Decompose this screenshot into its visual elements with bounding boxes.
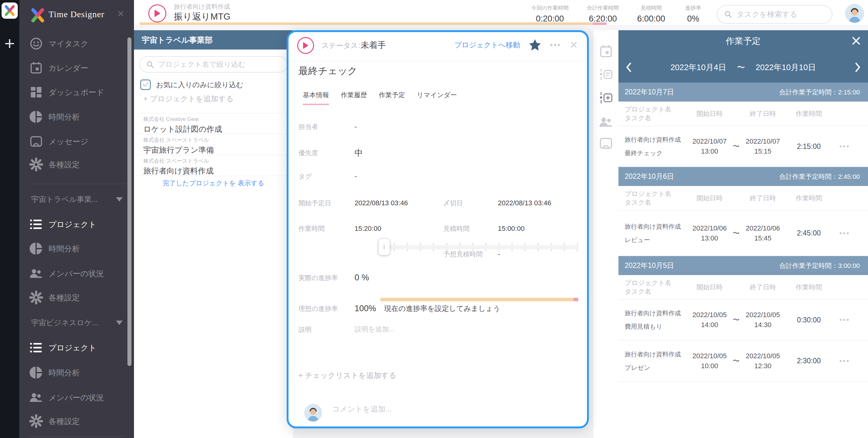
go-to-project-link[interactable]: プロジェクトへ移動 (454, 40, 520, 50)
projects-panel-title: 宇宙トラベル事業部 (142, 35, 213, 45)
start-date-value[interactable]: 2022/08/13 03:46 (354, 199, 443, 207)
sidebar-group-space-travel[interactable]: 宇宙トラベル事業... (19, 191, 134, 208)
schedule-row[interactable]: 旅行者向け資料作成費用見積もり 2022/10/0514:00 〜 2022/1… (618, 300, 868, 341)
calendar-view-icon[interactable] (599, 44, 613, 59)
calendar-icon (29, 61, 43, 75)
sidebar-item-dashboard[interactable]: ダッシュボード (19, 83, 134, 101)
message-tray-icon (29, 134, 43, 148)
ideal-progress-bar-tip (574, 298, 578, 301)
slider-track[interactable] (380, 245, 578, 249)
sidebar-close-icon[interactable]: × (118, 8, 124, 19)
schedule-group-header: 2022年10月5日 合計作業予定時間：3:00:00 (618, 256, 868, 275)
stat-estimated-time: 見積時間 6:00:00 (629, 4, 673, 24)
projects-panel: 宇宙トラベル事業部 お気に入りのみに絞り込む + プロジェクトを追加する 株式会… (134, 30, 293, 438)
task-search-box[interactable] (717, 5, 833, 24)
sidebar-item-settings[interactable]: 各種設定 (19, 155, 134, 174)
message-tray-icon[interactable] (599, 136, 613, 151)
slider-thumb[interactable] (378, 239, 390, 255)
field-tag[interactable]: タグ - (299, 172, 576, 181)
work-history-icon[interactable] (599, 68, 613, 82)
add-checklist-button[interactable]: + チェックリストを追加する (299, 370, 396, 380)
project-list-item[interactable]: 株式会社 スペーストラベル 宇宙旅行プラン準備 (134, 134, 293, 155)
sidebar-item-time-analysis[interactable]: 時間分析 (19, 107, 134, 126)
favorite-star-icon[interactable] (529, 39, 541, 51)
project-list-item[interactable]: 株式会社 スペーストラベル 旅行者向け資料作成 (134, 155, 293, 176)
range-start-date[interactable]: 2022年10月4日 (671, 62, 726, 73)
sidebar-item-time-analysis-2[interactable]: 時間分析 (19, 239, 134, 258)
sidebar-item-time-analysis-3[interactable]: 時間分析 (19, 363, 134, 382)
pie-chart-icon (29, 366, 43, 379)
field-start-and-deadline: 開始予定日 2022/08/13 03:46 〆切日 2022/08/13 03… (299, 199, 576, 208)
close-icon[interactable]: × (570, 38, 578, 52)
favorites-checkbox[interactable] (140, 80, 151, 90)
sidebar-group-space-business[interactable]: 宇宙ビジネスロケ... (19, 315, 134, 331)
add-workspace-button[interactable]: + (0, 34, 19, 53)
schedule-date-range: 2022年10月4日 〜 2022年10月10日 (632, 62, 854, 73)
sidebar-item-members-2[interactable]: メンバーの状況 (19, 388, 134, 407)
chevron-right-icon[interactable] (854, 62, 861, 72)
sidebar-scrollbar[interactable] (127, 37, 131, 366)
more-options-icon[interactable]: ••• (832, 142, 857, 151)
close-icon[interactable] (851, 36, 861, 46)
estimate-value[interactable]: 15:00:00 (498, 225, 576, 233)
field-assignee[interactable]: 担当者 - (299, 122, 576, 131)
description-input[interactable] (354, 325, 495, 333)
sidebar-item-settings-3[interactable]: 各種設定 (19, 412, 134, 431)
project-filter-input[interactable] (158, 60, 276, 68)
chevron-down-icon (116, 320, 123, 325)
work-time-value[interactable]: 15:20:00 (354, 225, 443, 233)
field-priority[interactable]: 優先度 中 (299, 147, 576, 159)
comment-input[interactable] (332, 405, 488, 413)
current-task-title[interactable]: 振り返りMTG (174, 10, 230, 23)
sidebar-divider (28, 436, 125, 436)
more-options-icon[interactable]: ••• (832, 357, 857, 366)
divider (288, 61, 587, 61)
members-icon[interactable] (599, 115, 613, 129)
sidebar-item-messages[interactable]: メッセージ (19, 132, 134, 151)
schedule-header: 作業予定 (618, 30, 868, 52)
user-avatar[interactable] (845, 4, 864, 23)
schedule-title: 作業予定 (726, 35, 761, 47)
task-search-input[interactable] (737, 10, 824, 19)
divider (134, 176, 293, 176)
sidebar-item-calendar[interactable]: カレンダー (19, 59, 134, 77)
favorites-filter[interactable]: お気に入りのみに絞り込む (140, 80, 243, 90)
schedule-row[interactable]: 旅行者向け資料作成プレゼン 2022/10/0510:00 〜 2022/10/… (618, 341, 868, 382)
field-actual-progress: 実際の進捗率 0 % (299, 273, 576, 283)
sidebar-item-projects[interactable]: プロジェクト (19, 215, 134, 233)
gear-icon (29, 414, 43, 428)
actual-progress-value: 0 % (354, 273, 443, 283)
range-end-date[interactable]: 2022年10月10日 (755, 62, 816, 73)
project-filter-box[interactable] (139, 56, 287, 72)
task-play-button[interactable] (297, 37, 314, 54)
app-logo-icon[interactable] (2, 2, 18, 19)
pie-chart-icon (29, 110, 43, 124)
deadline-value[interactable]: 2022/08/13 03:46 (498, 199, 576, 207)
more-options-icon[interactable]: ••• (832, 229, 857, 238)
status-value[interactable]: 未着手 (361, 39, 386, 51)
sidebar-item-projects-2[interactable]: プロジェクト (19, 338, 134, 357)
progress-slider[interactable] (380, 243, 578, 251)
show-completed-projects-link[interactable]: 完了したプロジェクトを 表示する (134, 179, 293, 188)
tab-work-schedule[interactable]: 作業予定 (379, 91, 405, 105)
more-options-icon[interactable]: ••• (550, 40, 561, 50)
tab-work-history[interactable]: 作業履歴 (341, 91, 367, 105)
schedule-row[interactable]: 旅行者向け資料作成レビュー 2022/10/0613:00 〜 2022/10/… (618, 211, 868, 256)
smiley-icon (29, 37, 43, 51)
tab-basic-info[interactable]: 基本情報 (303, 91, 329, 105)
tab-reminder[interactable]: リマインダー (417, 91, 457, 105)
project-list-item[interactable]: 株式会社 Creative Gear ロケット設計図の作成 (134, 114, 293, 134)
add-project-button[interactable]: + プロジェクトを追加する (143, 94, 234, 104)
sidebar-item-my-tasks[interactable]: マイタスク (19, 34, 134, 53)
schedule-column-headers: プロジェクト名タスク名 開始日時 終了日時 作業時間 (618, 186, 868, 211)
work-schedule-icon[interactable] (599, 91, 613, 105)
schedule-row[interactable]: 旅行者向け資料作成最終チェック 2022/10/0713:00 〜 2022/1… (618, 126, 868, 167)
task-title[interactable]: 最終チェック (299, 64, 358, 77)
gear-icon (29, 158, 43, 171)
more-options-icon[interactable]: ••• (832, 316, 857, 324)
sidebar-item-settings-2[interactable]: 各種設定 (19, 288, 134, 307)
sidebar-item-members[interactable]: メンバーの状況 (19, 264, 134, 283)
chevron-left-icon[interactable] (625, 62, 632, 72)
chevron-down-icon (116, 197, 123, 201)
timer-play-button[interactable] (148, 4, 166, 23)
